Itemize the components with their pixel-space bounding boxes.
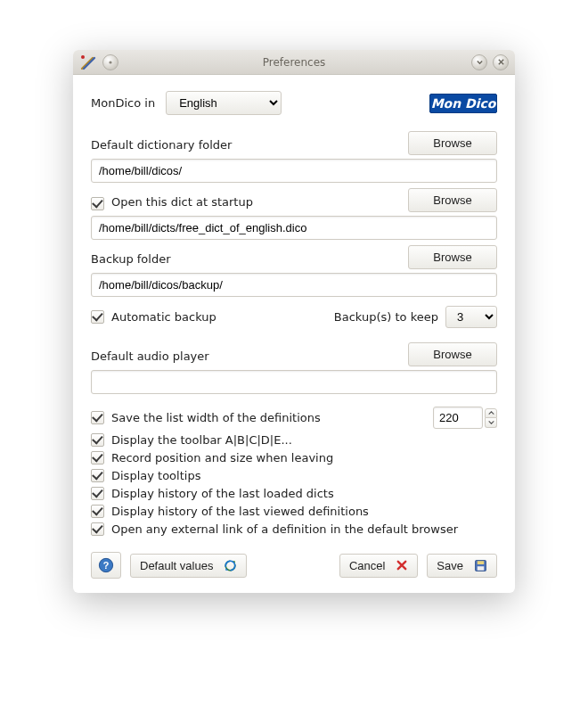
audio-player-label: Default audio player <box>91 349 209 366</box>
svg-rect-5 <box>478 561 485 564</box>
backup-folder-input[interactable] <box>91 273 497 297</box>
startup-dict-input[interactable] <box>91 216 497 240</box>
backup-folder-browse-button[interactable]: Browse <box>408 245 497 269</box>
dict-folder-input[interactable] <box>91 159 497 183</box>
backups-keep-select[interactable]: 3 <box>445 306 497 328</box>
tooltips-checkbox[interactable] <box>91 469 104 482</box>
history-definitions-checkbox[interactable] <box>91 505 104 518</box>
tooltips-label: Display tooltips <box>111 469 200 482</box>
toolbar-abc-checkbox[interactable] <box>91 433 104 447</box>
cancel-label: Cancel <box>349 559 385 572</box>
button-bar: ? Default values Cancel Sav <box>91 552 497 579</box>
history-dicts-checkbox[interactable] <box>91 487 104 500</box>
startup-label: Open this dict at startup <box>111 195 253 212</box>
window-title: Preferences <box>73 56 515 69</box>
save-button[interactable]: Save <box>427 554 497 578</box>
history-dicts-label: Display history of the last loaded dicts <box>111 487 334 500</box>
dict-folder-label: Default dictionary folder <box>91 138 232 155</box>
list-width-input[interactable] <box>433 407 483 429</box>
audio-player-input[interactable] <box>91 370 497 394</box>
content-area: MonDico in English Mon Dico Default dict… <box>73 75 515 593</box>
list-width-increment[interactable] <box>485 408 497 418</box>
list-width-checkbox[interactable] <box>91 411 104 424</box>
mondico-logo: Mon Dico <box>429 94 497 113</box>
startup-browse-button[interactable]: Browse <box>408 188 497 212</box>
auto-backup-checkbox[interactable] <box>91 310 104 324</box>
record-position-checkbox[interactable] <box>91 451 104 464</box>
cancel-icon <box>396 559 408 571</box>
startup-checkbox[interactable] <box>91 197 104 210</box>
default-values-label: Default values <box>140 559 213 572</box>
audio-browse-button[interactable]: Browse <box>408 342 497 366</box>
history-definitions-label: Display history of the last viewed defin… <box>111 505 369 518</box>
titlebar: Preferences <box>73 50 515 75</box>
external-link-checkbox[interactable] <box>91 522 104 536</box>
list-width-label: Save the list width of the definitions <box>111 411 321 424</box>
backup-folder-label: Backup folder <box>91 252 171 269</box>
help-button[interactable]: ? <box>91 552 121 579</box>
save-label: Save <box>437 559 463 572</box>
toolbar-abc-label: Display the toolbar A|B|C|D|E... <box>111 433 292 447</box>
default-values-button[interactable]: Default values <box>130 554 247 578</box>
refresh-icon <box>224 559 237 572</box>
preferences-window: Preferences MonDico in English Mon Dico … <box>73 50 515 593</box>
external-link-label: Open any external link of a definition i… <box>111 522 458 536</box>
auto-backup-label: Automatic backup <box>111 310 216 324</box>
language-select[interactable]: English <box>166 91 282 115</box>
save-icon <box>474 559 487 572</box>
list-width-decrement[interactable] <box>485 418 497 428</box>
cancel-button[interactable]: Cancel <box>339 554 418 578</box>
backups-keep-label: Backup(s) to keep <box>334 310 438 324</box>
language-label: MonDico in <box>91 96 155 110</box>
svg-rect-6 <box>478 566 485 571</box>
svg-text:?: ? <box>103 560 110 571</box>
dict-folder-browse-button[interactable]: Browse <box>408 131 497 155</box>
record-position-label: Record position and size when leaving <box>111 451 333 464</box>
